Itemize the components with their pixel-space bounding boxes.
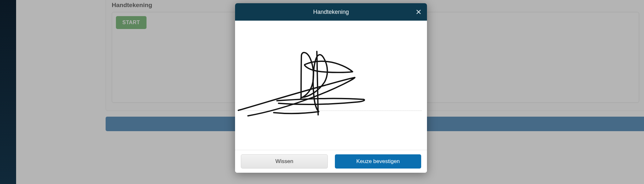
modal-footer: Wissen Keuze bevestigen	[235, 150, 427, 173]
signature-canvas[interactable]	[235, 21, 427, 150]
modal-title: Handtekening	[313, 9, 349, 15]
signature-modal: Handtekening Wissen Keuze bevestigen	[235, 3, 427, 173]
modal-header: Handtekening	[235, 3, 427, 21]
clear-button[interactable]: Wissen	[241, 154, 328, 169]
close-icon[interactable]	[415, 8, 422, 16]
left-rail	[0, 0, 16, 184]
confirm-button[interactable]: Keuze bevestigen	[335, 154, 421, 169]
signature-stroke	[235, 21, 427, 150]
